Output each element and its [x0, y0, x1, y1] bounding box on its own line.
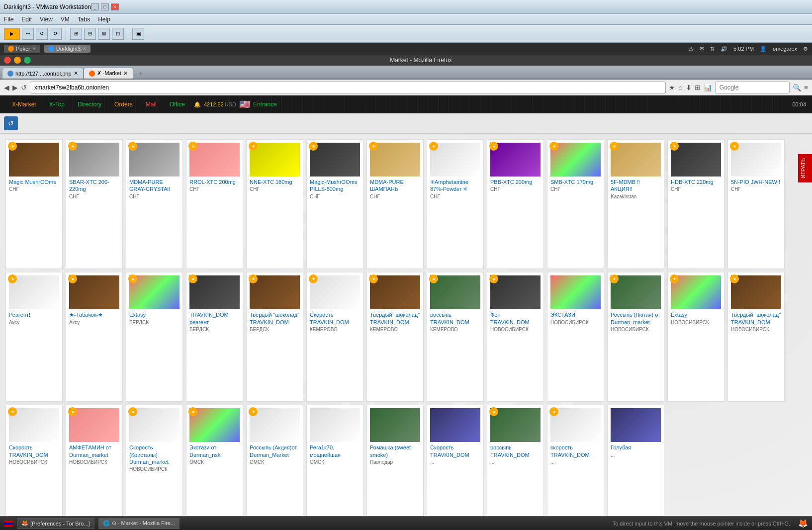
nav-entrance[interactable]: Entrance	[253, 101, 277, 108]
browser-tab-2[interactable]: ✗ -Market ✕	[84, 68, 133, 79]
toolbar-btn-3[interactable]: ↺	[36, 28, 48, 40]
product-card[interactable]: ★россыпь TRAVKIN_DOMКЕМЕРОВО	[427, 272, 484, 402]
refresh-button[interactable]: ↺	[4, 116, 18, 130]
product-name: скорость TRAVKIN_DOM	[550, 444, 601, 458]
product-card[interactable]: ★Реагент!Аксу	[5, 272, 63, 402]
menu-edit[interactable]: Edit	[21, 16, 32, 23]
product-name: NNE-XTC 180mg	[250, 178, 300, 185]
tab-close-2[interactable]: ✕	[123, 70, 128, 77]
chart-icon[interactable]: 📊	[704, 84, 712, 91]
home2-icon[interactable]: ⊞	[695, 84, 701, 91]
product-card[interactable]: ★Россыпь (Акция)от Durman_MarketОМСК	[246, 405, 303, 530]
product-card[interactable]: ★PBB-XTC 200mgСНГ	[487, 139, 544, 269]
tab-close-1[interactable]: ✕	[74, 70, 78, 77]
product-location: ...	[490, 459, 541, 465]
menu-file[interactable]: File	[4, 16, 13, 23]
product-name: Россыпь (Лютая) от Durman_market	[611, 311, 661, 326]
ff-close[interactable]	[4, 57, 11, 64]
menu-view[interactable]: View	[40, 16, 53, 23]
vmware-tab-poker[interactable]: Poker ✕	[4, 45, 40, 53]
taskbar-item-tor[interactable]: 🦊 [Preferences - Tor Bro...]	[17, 518, 94, 529]
nav-office[interactable]: Office	[164, 99, 191, 110]
toolbar-btn-8[interactable]: ⊡	[112, 28, 124, 40]
menu-vm[interactable]: VM	[61, 16, 70, 23]
restore-button[interactable]: □	[101, 3, 109, 10]
toolbar-btn-1[interactable]: ▶	[4, 28, 20, 40]
forward-button[interactable]: ▶	[12, 84, 18, 91]
product-card[interactable]: ★MDMA-PURE GRAY-CRYSTAllСНГ	[126, 139, 183, 269]
product-name: 5F-MDMB ‼АКЦИЯ‼	[611, 178, 661, 193]
product-card[interactable]: ★HDB-XTC 220mgСНГ	[667, 139, 724, 269]
product-card[interactable]: ★✳Amphetamine 87%-Powder ✳СНГ	[427, 139, 484, 269]
product-name: Ромашка (sweet smoke)	[370, 444, 420, 458]
product-card[interactable]: ★★-Табачок-★Аксу	[66, 272, 123, 402]
product-name: SMB-XTC 170mg	[550, 178, 601, 185]
product-card[interactable]: Рега1к70. мощнейшаяОМСК	[306, 405, 363, 530]
product-image	[310, 408, 360, 442]
browser-tab-1[interactable]: http://127....control.php ✕	[2, 68, 84, 79]
taskbar-item-market[interactable]: 🌐 ⊙ - Market - Mozilla Fire...	[98, 518, 180, 529]
product-card[interactable]: ★Magic-MushrOOms PILLS-500mgСНГ	[306, 139, 363, 269]
product-card[interactable]: ★TRAVKIN_DOM реагентБЕРДСК	[186, 272, 243, 402]
nav-directory[interactable]: Directory	[72, 99, 107, 110]
ff-maximize[interactable]	[24, 57, 31, 64]
product-card[interactable]: ЭКСТАЗИНОВОСИБИРСК	[547, 272, 604, 402]
search-icon[interactable]: 🔍	[793, 84, 801, 91]
product-card[interactable]: ★5N-PIO JWH-NEW!!СНГ	[727, 139, 785, 269]
product-card[interactable]: ★ExtasyНОВОСИБИРСК	[667, 272, 724, 402]
address-input[interactable]	[30, 82, 666, 93]
product-card[interactable]: ★SBAR-XTC 200-220mgСНГ	[66, 139, 123, 269]
vmware-tab-darklight[interactable]: Darklight3 ✕	[44, 45, 91, 53]
toolbar-btn-5[interactable]: ⊞	[70, 28, 82, 40]
product-card[interactable]: ★Твёрдый "шоколад" TRAVKIN_DOMБЕРДСК	[246, 272, 303, 402]
toolbar-btn-7[interactable]: ⊠	[98, 28, 110, 40]
product-card[interactable]: ★Фен TRAVKIN_DOMНОВОСИБИРСК	[487, 272, 544, 402]
nav-orders[interactable]: Orders	[108, 99, 139, 110]
product-card[interactable]: ★Magic MushrOOmsСНГ	[5, 139, 63, 269]
toolbar-btn-4[interactable]: ⟳	[50, 28, 62, 40]
settings-icon[interactable]: ⚙	[803, 46, 808, 52]
toolbar-btn-9[interactable]: ▣	[132, 28, 144, 40]
product-card[interactable]: Ромашка (sweet smoke)Павлодар	[366, 405, 424, 530]
product-card[interactable]: Голубая...	[607, 405, 664, 530]
new-tab-button[interactable]: +	[135, 69, 145, 79]
content-toolbar: ↺	[0, 113, 812, 134]
side-banner[interactable]: ИГРАТЬ	[798, 154, 812, 182]
home-icon[interactable]: ⌂	[678, 84, 682, 91]
close-button[interactable]: ✕	[111, 3, 119, 10]
product-card[interactable]: ★скорость TRAVKIN_DOM...	[547, 405, 604, 530]
search-input[interactable]	[715, 82, 790, 93]
minimize-button[interactable]: _	[91, 3, 99, 10]
back-button[interactable]: ◀	[4, 84, 9, 91]
product-card[interactable]: ★Россыпь (Лютая) от Durman_marketНОВОСИБ…	[607, 272, 664, 402]
product-card[interactable]: ★RROL-XTC 200mgСНГ	[186, 139, 243, 269]
product-card[interactable]: ★АМФЕТАМИН от Durman_marketНОВОСИБИРСК	[66, 405, 123, 530]
toolbar-btn-2[interactable]: ↩	[22, 28, 34, 40]
star-icon[interactable]: ★	[669, 84, 675, 91]
nav-xtop[interactable]: X-Top	[43, 99, 71, 110]
toolbar-btn-6[interactable]: ⊟	[84, 28, 96, 40]
product-card[interactable]: ★Твёрдый "шоколад" TRAVKIN_DOMКЕМЕРОВО	[366, 272, 424, 402]
product-card[interactable]: ★NNE-XTC 180mgСНГ	[246, 139, 303, 269]
product-card[interactable]: ★Скорость TRAVKIN_DOMКЕМЕРОВО	[306, 272, 363, 402]
product-card[interactable]: ★MDMA-PURE ШАМПАНЬСНГ	[366, 139, 424, 269]
menu-icon[interactable]: ≡	[804, 84, 808, 91]
product-card[interactable]: ★SMB-XTC 170mgСНГ	[547, 139, 604, 269]
product-card[interactable]: Скорость TRAVKIN_DOM...	[427, 405, 484, 530]
product-card[interactable]: ★Скорость (Кристалы) Durman_marketНОВОСИ…	[126, 405, 183, 530]
nav-xmarket[interactable]: X-Market	[6, 99, 42, 110]
reload-button[interactable]: ↺	[21, 84, 27, 91]
ff-minimize[interactable]	[14, 57, 21, 64]
product-card[interactable]: ★Твёрдый "шоколад" TRAVKIN_DOMНОВОСИБИРС…	[727, 272, 785, 402]
nav-mail[interactable]: Mail	[140, 99, 163, 110]
product-card[interactable]: ★5F-MDMB ‼АКЦИЯ‼Kazakhstan	[607, 139, 664, 269]
download-icon[interactable]: ⬇	[686, 84, 692, 91]
menu-tabs[interactable]: Tabs	[78, 16, 90, 23]
toolbar-sep-1	[66, 29, 66, 39]
product-card[interactable]: ★россыпь TRAVKIN_DOM...	[487, 405, 544, 530]
product-card[interactable]: ★Экстази от Durman_nskОМСК	[186, 405, 243, 530]
product-card[interactable]: ★Скорость TRAVKIN_DOMНОВОСИБИРСК	[5, 405, 63, 530]
menu-help[interactable]: Help	[98, 16, 110, 23]
product-card[interactable]: ★ExtasyБЕРДСК	[126, 272, 183, 402]
browser-tabbar: http://127....control.php ✕ ✗ -Market ✕ …	[0, 66, 812, 80]
